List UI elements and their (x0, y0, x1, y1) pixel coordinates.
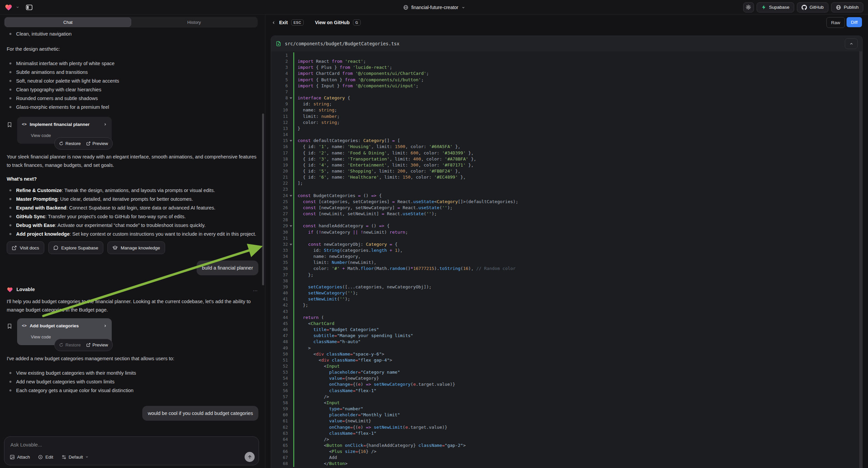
code-line: 49 > (271, 345, 859, 351)
restore-button[interactable]: Restore (59, 341, 81, 349)
code-line: 57 /> (271, 394, 859, 400)
code-line: 67 Add (271, 455, 859, 461)
code-line: 24const BudgetCategories = () => { (271, 193, 859, 199)
code-line: 21 { id: '6', name: 'Healthcare', limit:… (271, 174, 859, 180)
code-line: 25 const [categories, setCategories] = R… (271, 199, 859, 205)
tab-chat[interactable]: Chat (5, 18, 131, 27)
code-line: 47 subtitle="Manage your spending limits… (271, 333, 859, 339)
list-item: Minimalist interface with plenty of whit… (7, 59, 258, 68)
list-item: Refine & Customize: Tweak the design, an… (7, 186, 258, 195)
code-line: 55 onChange={(e) => setNewCategory(e.tar… (271, 381, 859, 387)
code-line: 42 }; (271, 302, 859, 308)
list-item: GitHub Sync: Transfer your project's cod… (7, 212, 258, 221)
sidebar-toggle-icon[interactable] (26, 4, 33, 11)
code-line: 12 color: string; (271, 119, 859, 125)
code-line: 62 onChange={(e) => setNewLimit(e.target… (271, 425, 859, 430)
code-line: 64 /> (271, 436, 859, 442)
code-line: 41 setNewLimit(''); (271, 296, 859, 302)
manage-knowledge-button[interactable]: Manage knowledge (107, 241, 165, 254)
code-line: 5import { Button } from '@/components/ui… (271, 77, 859, 83)
view-on-github-button[interactable]: View on GitHub (315, 20, 350, 25)
chat-scrollbar[interactable] (262, 114, 264, 285)
code-line: 6import { Input } from '@/components/ui/… (271, 83, 859, 89)
code-line: 61 value={newLimit} (271, 418, 859, 424)
restore-button[interactable]: Restore (59, 139, 81, 148)
restore-preview-pill: Restore Preview (54, 137, 113, 150)
attach-button[interactable]: Attach (10, 455, 30, 460)
bookmark-icon[interactable] (7, 323, 12, 329)
tab-history[interactable]: History (131, 18, 257, 27)
code-line: 38 (271, 278, 859, 284)
list-item: Clean typography with clear hierarchies (7, 85, 258, 94)
chevron-down-icon[interactable] (16, 5, 20, 9)
design-heading: For the design aesthetic: (7, 45, 258, 53)
code-line: 66 <Plus size={16} /> (271, 448, 859, 455)
code-editor[interactable]: 1 2import React from 'react';3import { P… (271, 51, 859, 468)
collapse-file-button[interactable] (845, 38, 858, 49)
sliders-icon (61, 455, 66, 460)
list-item: Subtle animations and transitions (7, 68, 258, 77)
preview-button[interactable]: Preview (86, 139, 108, 148)
github-button[interactable]: GitHub (797, 2, 829, 12)
send-button[interactable] (245, 452, 255, 462)
code-line: 39 setCategories([...categories, newCate… (271, 284, 859, 290)
list-item: Rounded corners and subtle shadows (7, 94, 258, 103)
file-card: src/components/budget/BudgetCategories.t… (271, 36, 863, 468)
assistant-paragraph: Your sleek financial planner is now read… (7, 153, 257, 170)
code-line: 29 const handleAddCategory = () => { (271, 223, 859, 229)
code-line: 35 limit: Number(newLimit), (271, 260, 859, 266)
code-line: 45 <ChartCard (271, 321, 859, 327)
restore-icon (59, 343, 63, 347)
g-shortcut-badge: G (353, 20, 361, 26)
list-item: Glass-morphic elements for a premium fee… (7, 103, 258, 112)
lovable-heart-icon (7, 287, 13, 292)
chevron-up-icon (849, 41, 854, 46)
bookmark-icon[interactable] (7, 121, 12, 128)
file-header[interactable]: src/components/budget/BudgetCategories.t… (271, 36, 862, 52)
code-line: 37 }; (271, 272, 859, 278)
whats-next-heading: What's next? (7, 175, 258, 183)
code-icon: <> (22, 322, 27, 330)
publish-button[interactable]: Publish (831, 2, 863, 12)
code-line: 34 name: newCategory, (271, 254, 859, 260)
code-line: 3import { Plus } from 'lucide-react'; (271, 64, 859, 70)
list-item: Add project knowledge: Set key context o… (7, 230, 258, 238)
chat-input[interactable]: Ask Lovable... (4, 437, 259, 447)
chat-history-tabs: Chat History (4, 17, 258, 28)
code-line: 68 </Button> (271, 461, 859, 467)
list-item: Debug with Ease: Activate our experiment… (7, 221, 258, 230)
github-icon (802, 5, 807, 10)
target-icon (38, 455, 43, 460)
list-item: Soft, neutral color palette with light b… (7, 77, 258, 85)
external-link-icon (12, 245, 17, 251)
message-more-button[interactable]: … (253, 285, 259, 294)
code-line: 30 if (!newCategory || !newLimit) return… (271, 229, 859, 235)
visit-docs-button[interactable]: Visit docs (7, 241, 44, 254)
code-line: 32 const newCategoryObj: Category = { (271, 241, 859, 247)
code-line: 22]; (271, 180, 859, 186)
assistant-name: Lovable (17, 285, 35, 294)
model-selector[interactable]: Default (61, 455, 89, 460)
code-line: 26 const [newCategory, setNewCategory] =… (271, 205, 859, 211)
restore-icon (59, 141, 63, 146)
supabase-button[interactable]: Supabase (756, 2, 794, 12)
code-line: 19 { id: '4', name: 'Entertainment', lim… (271, 162, 859, 168)
project-switcher[interactable]: financial-future-creator (403, 0, 465, 15)
chat-panel: Chat History Clean, intuitive navigation… (0, 15, 265, 468)
file-path: src/components/budget/BudgetCategories.t… (285, 41, 399, 46)
code-scrollbar[interactable] (859, 51, 862, 468)
chevron-down-icon (85, 455, 89, 459)
exit-button[interactable]: Exit (279, 20, 288, 25)
edit-mode-button[interactable]: Edit (38, 455, 53, 460)
lovable-logo-icon[interactable] (5, 4, 12, 11)
chat-bubble-icon (53, 245, 58, 251)
code-line: 40 setNewCategory(''); (271, 290, 859, 296)
preview-button[interactable]: Preview (86, 341, 108, 349)
code-line: 18 { id: '3', name: 'Transportation', li… (271, 156, 859, 162)
raw-toggle-button[interactable]: Raw (827, 17, 845, 28)
explore-supabase-button[interactable]: Explore Supabase (48, 241, 103, 254)
settings-button[interactable] (743, 2, 754, 12)
diff-toggle-button[interactable]: Diff (846, 17, 862, 27)
esc-shortcut-badge: ESC (291, 20, 304, 26)
globe-icon (403, 5, 408, 10)
